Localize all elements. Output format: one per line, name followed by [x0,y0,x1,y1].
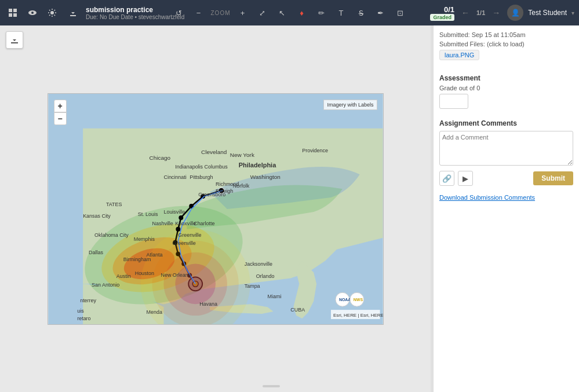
scroll-indicator [263,385,280,387]
map-container[interactable]: + − Imagery with Labels [48,93,384,325]
submitted-files-label: Submitted Files: (click to load) [439,41,573,47]
settings-icon[interactable] [44,5,60,21]
grade-input-field[interactable] [439,94,468,109]
next-student-arrow[interactable]: → [490,7,502,19]
svg-text:Orlando: Orlando [256,273,274,279]
submitted-info: Submitted: Sep 15 at 11:05am Submitted F… [439,31,573,65]
home-icon[interactable] [5,5,21,21]
svg-text:Indianapolis Columbus: Indianapolis Columbus [175,164,228,170]
download-icon-left[interactable] [65,5,81,21]
svg-text:Knoxville: Knoxville [175,220,196,226]
svg-text:Kansas City: Kansas City [83,213,111,218]
svg-text:Esri, HERE | Esri, HERE: Esri, HERE | Esri, HERE [333,313,383,318]
svg-text:Greenville: Greenville [172,240,195,246]
svg-text:CUBA: CUBA [290,307,305,313]
imagery-label: Imagery with Labels [323,100,377,110]
student-dropdown-arrow[interactable]: ▾ [571,10,574,16]
grade-display: 0/1 Graded [430,5,454,21]
comments-toolbar: 🔗 ▶ Submit [439,171,573,186]
svg-text:Chicago: Chicago [149,155,170,161]
download-submission-comments-link[interactable]: Download Submission Comments [439,194,573,201]
right-panel: Submitted: Sep 15 at 11:05am Submitted F… [433,25,579,392]
expand-button[interactable]: ⤢ [255,5,270,20]
main-content: + − Imagery with Labels [0,25,579,392]
svg-text:Atlanta: Atlanta [146,251,162,257]
comments-section: Assignment Comments 🔗 ▶ Submit [439,119,573,189]
grade-out-of-label: Grade out of 0 [439,85,573,91]
submission-due: Due: No Due Date • steveschwartzfeld [86,14,184,20]
svg-point-18 [179,215,183,219]
svg-text:Dallas: Dallas [89,249,103,255]
svg-point-5 [31,12,34,14]
svg-point-17 [176,226,180,231]
map-zoom-controls: + − [54,100,67,125]
svg-text:Charlotte: Charlotte [194,220,214,226]
svg-text:Havana: Havana [199,301,217,307]
comments-textarea[interactable] [439,131,573,166]
select-tool-button[interactable]: ↖ [275,5,290,20]
svg-rect-2 [9,13,12,17]
svg-text:Washington: Washington [250,174,280,180]
svg-text:Austin: Austin [116,273,130,279]
pen-tool-button[interactable]: ✒ [373,5,388,20]
graded-badge: Graded [430,14,454,21]
pencil-tool-button[interactable]: ✏ [314,5,329,20]
viewer-panel: + − Imagery with Labels [0,25,431,392]
svg-text:Houston: Houston [134,270,154,276]
svg-text:Louisville: Louisville [163,208,185,214]
svg-text:NOAA: NOAA [338,298,350,302]
svg-text:New York: New York [230,152,254,158]
toolbar-center: ↺ − ZOOM + ⤢ ↖ ♦ ✏ T S̶ ✒ ⊡ [172,5,408,20]
eye-icon[interactable] [24,5,41,21]
svg-text:Jacksonville: Jacksonville [244,261,272,266]
page-fraction: 1/1 [476,9,485,16]
svg-text:Cincinnati: Cincinnati [163,174,186,180]
svg-text:retaro: retaro [77,316,90,321]
submitted-file-link[interactable]: laura.PNG [439,50,479,60]
svg-text:Norfolk: Norfolk [232,183,249,189]
download-button-viewer[interactable] [6,31,23,49]
svg-rect-0 [9,9,12,12]
crop-tool-button[interactable]: ⊡ [393,5,408,20]
zoom-out-button[interactable]: − [191,5,206,20]
svg-point-6 [50,11,54,14]
top-bar-right: 0/1 Graded ← 1/1 → 👤 Test Student ▾ [430,5,574,21]
svg-text:Nashville: Nashville [152,220,173,226]
avatar: 👤 [507,5,523,21]
prev-student-arrow[interactable]: ← [459,7,472,19]
zoom-in-button[interactable]: + [235,5,250,20]
top-bar-icons [5,5,60,21]
svg-text:Philadelphia: Philadelphia [238,162,276,168]
text-tool-button[interactable]: T [334,5,349,20]
svg-text:Greenville: Greenville [178,232,201,237]
submitted-date: Submitted: Sep 15 at 11:05am [439,31,573,38]
svg-text:Memphis: Memphis [133,236,155,241]
student-name[interactable]: Test Student [528,9,567,17]
svg-text:Cleveland: Cleveland [201,149,227,155]
attach-media-button[interactable]: ▶ [458,171,473,186]
point-tool-button[interactable]: ♦ [294,5,309,20]
imagery-label-text: Imagery with Labels [327,102,373,108]
map-zoom-in-button[interactable]: + [54,100,67,112]
map-zoom-out-button[interactable]: − [54,112,67,125]
svg-rect-1 [13,9,17,12]
assignment-comments-label: Assignment Comments [439,119,573,127]
svg-text:Raleigh: Raleigh [216,188,233,194]
svg-text:St. Louis: St. Louis [137,211,158,217]
grade-fraction: 0/1 [444,5,454,14]
svg-text:San Antonio: San Antonio [92,282,119,288]
refresh-button[interactable]: ↺ [172,5,187,20]
attach-link-button[interactable]: 🔗 [439,171,454,186]
assessment-section-title: Assessment [439,74,573,82]
top-navigation-bar: submission practice Due: No Due Date • s… [0,0,579,25]
svg-text:Miami: Miami [267,294,281,299]
svg-text:NWS: NWS [353,298,363,302]
svg-text:Pittsburgh: Pittsburgh [190,174,213,180]
strikethrough-tool-button[interactable]: S̶ [354,5,369,20]
svg-text:Oklahoma City: Oklahoma City [94,232,129,237]
submit-comment-button[interactable]: Submit [533,171,573,185]
svg-text:Tampa: Tampa [244,283,260,289]
submission-info: submission practice Due: No Due Date • s… [86,6,184,20]
svg-text:Menda: Menda [146,309,162,315]
submission-title: submission practice [86,6,184,14]
